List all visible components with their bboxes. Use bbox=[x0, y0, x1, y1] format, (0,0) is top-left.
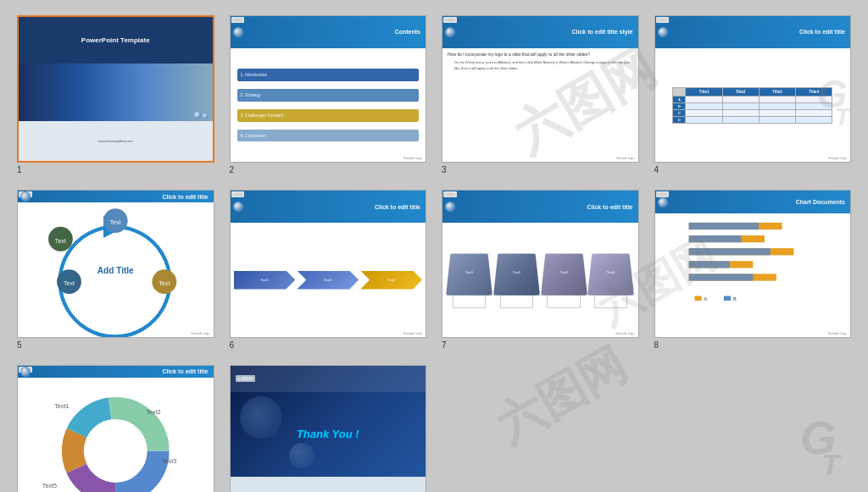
slide2-logo-text: LOGO bbox=[231, 17, 245, 23]
slide4-logo-text: LOGO bbox=[656, 17, 670, 23]
col-title1: Title1 bbox=[686, 87, 722, 96]
svg-text:Text2: Text2 bbox=[146, 408, 160, 416]
contents-item-1: 1. Introduction bbox=[237, 69, 420, 81]
slide-4-number: 4 bbox=[654, 165, 659, 174]
slide-9-wrapper: LOGO Click to edit title bbox=[17, 365, 214, 492]
svg-text:Text: Text bbox=[110, 218, 121, 226]
slide5-title: Click to edit title bbox=[162, 194, 208, 200]
cycle-diagram: Add Title Text Text Text Text bbox=[18, 202, 214, 336]
svg-text:B: B bbox=[732, 296, 736, 301]
slide3-bullet: How do I incorporate my logo to a slide … bbox=[448, 52, 633, 58]
contents-item-2: 2. Strategy bbox=[237, 89, 420, 102]
slide4-footer: Sample logo bbox=[828, 156, 847, 160]
slide9-title: Click to edit title bbox=[162, 368, 208, 374]
svg-rect-17 bbox=[688, 262, 729, 268]
slide3-subbullet: On the [View] menu, point to [Master], a… bbox=[454, 60, 633, 72]
svg-rect-19 bbox=[688, 274, 753, 281]
slide9-body: Text1 Text2 Text3 Text4 Text5 bbox=[18, 378, 214, 492]
col-title4: Title4 bbox=[796, 87, 832, 96]
slide-4[interactable]: LOGO Click to edit title Title1 Title2 T… bbox=[654, 15, 852, 163]
slide1-website: www.themegallery.com bbox=[98, 139, 133, 143]
slide7-title: Click to edit title bbox=[587, 204, 632, 210]
slide6-logo-text: LOGO bbox=[231, 191, 245, 197]
slide9-logo-circle bbox=[20, 367, 31, 377]
box3d-4-label bbox=[594, 295, 627, 308]
slide10-logo: LOGO bbox=[236, 375, 256, 382]
slide-1-wrapper: PowerPoint Template www.themegallery.com… bbox=[17, 15, 214, 174]
slide-6-wrapper: LOGO Click to edit title Text1 Text2 Tex… bbox=[230, 190, 427, 349]
slide7-logo-circle bbox=[445, 202, 455, 212]
arrow-3: Text3 bbox=[360, 271, 422, 290]
slide4-table: Title1 Title2 Title3 Title4 A B C D bbox=[672, 87, 832, 124]
col-title3: Title3 bbox=[759, 87, 795, 96]
slide6-logo-circle bbox=[233, 202, 243, 212]
slide2-footer: Sample logo bbox=[403, 156, 422, 160]
slide-7-wrapper: LOGO Click to edit title Text1 Text2 bbox=[442, 190, 639, 349]
slide-6[interactable]: LOGO Click to edit title Text1 Text2 Tex… bbox=[230, 190, 427, 337]
slide-5-number: 5 bbox=[17, 340, 22, 350]
slide-9[interactable]: LOGO Click to edit title bbox=[17, 365, 214, 492]
svg-text:Text: Text bbox=[159, 279, 170, 287]
svg-text:Text1: Text1 bbox=[54, 402, 69, 410]
box3d-2-label bbox=[500, 295, 533, 308]
slide6-footer: Sample logo bbox=[403, 331, 422, 335]
slide-8-number: 8 bbox=[654, 340, 659, 350]
svg-rect-22 bbox=[723, 296, 730, 301]
slide7-body: Text1 Text2 Text3 bbox=[442, 223, 638, 336]
slide-8-wrapper: LOGO Chart Documents bbox=[654, 190, 852, 349]
slide-5[interactable]: LOGO Click to edit title bbox=[17, 190, 214, 337]
table-row: D bbox=[673, 116, 832, 123]
contents-item-4: 4. Conclusion bbox=[237, 130, 420, 142]
slide3-title: Click to edit title style bbox=[572, 29, 633, 35]
svg-rect-11 bbox=[688, 223, 759, 229]
table-row: B bbox=[673, 102, 832, 109]
slide5-footer: Sample logo bbox=[191, 331, 209, 335]
slide6-body: Text1 Text2 Text3 bbox=[231, 223, 426, 336]
contents-item-3: 3. Challenges Forward bbox=[237, 109, 420, 122]
slide-6-number: 6 bbox=[230, 340, 235, 350]
slide8-body: A B bbox=[655, 213, 851, 337]
box3d-3-label bbox=[547, 295, 580, 308]
svg-text:Text5: Text5 bbox=[42, 481, 57, 489]
arrow-1: Text1 bbox=[234, 271, 296, 290]
slide8-logo-circle bbox=[658, 197, 668, 207]
slide-2-number: 2 bbox=[230, 165, 235, 174]
slide4-body: Title1 Title2 Title3 Title4 A B C D bbox=[655, 48, 851, 162]
slide3-body: How do I incorporate my logo to a slide … bbox=[442, 48, 638, 162]
svg-rect-20 bbox=[694, 296, 701, 301]
slide2-title: Contents bbox=[395, 29, 420, 35]
slide8-footer: Sample logo bbox=[828, 331, 847, 335]
slide-1[interactable]: PowerPoint Template www.themegallery.com bbox=[17, 15, 214, 163]
thank-you-text: Thank You ! bbox=[297, 428, 359, 440]
svg-text:Text: Text bbox=[55, 237, 66, 245]
slide-3[interactable]: LOGO Click to edit title style How do I … bbox=[442, 15, 639, 163]
table-row: A bbox=[673, 96, 832, 102]
slide-5-wrapper: LOGO Click to edit title bbox=[17, 190, 214, 349]
slide-10[interactable]: LOGO Thank You ! www.themegallery.com bbox=[230, 365, 427, 492]
donut-svg: Text1 Text2 Text3 Text4 Text5 bbox=[18, 378, 214, 492]
slide1-title: PowerPoint Template bbox=[81, 36, 150, 44]
slide-8[interactable]: LOGO Chart Documents bbox=[654, 190, 852, 337]
slide-4-wrapper: LOGO Click to edit title Title1 Title2 T… bbox=[654, 15, 852, 174]
slide-10-wrapper: LOGO Thank You ! www.themegallery.com 10 bbox=[230, 365, 427, 492]
slide-3-number: 3 bbox=[442, 165, 447, 174]
box3d-1-label bbox=[453, 295, 486, 308]
slide4-logo-circle bbox=[658, 27, 668, 37]
slide7-footer: Sample logo bbox=[615, 331, 634, 335]
slide8-title: Chart Documents bbox=[796, 199, 845, 205]
col-title2: Title2 bbox=[722, 87, 759, 96]
slide-grid: PowerPoint Template www.themegallery.com… bbox=[0, 0, 868, 492]
slide3-footer: Sample logo bbox=[615, 156, 634, 160]
slide3-logo-text: LOGO bbox=[443, 17, 457, 23]
svg-text:Text3: Text3 bbox=[162, 457, 176, 465]
slide5-body: Add Title Text Text Text Text bbox=[18, 202, 214, 336]
slide-2[interactable]: LOGO Contents 1. Introduction 2. Strateg… bbox=[230, 15, 427, 163]
svg-rect-13 bbox=[688, 235, 741, 242]
box3d-3: Text3 bbox=[543, 252, 585, 308]
svg-point-29 bbox=[91, 426, 140, 475]
chart-svg: A B bbox=[659, 217, 848, 322]
slide-3-wrapper: LOGO Click to edit title style How do I … bbox=[442, 15, 639, 174]
slide-7[interactable]: LOGO Click to edit title Text1 Text2 bbox=[442, 190, 639, 337]
slide5-logo-circle bbox=[20, 191, 31, 202]
slide4-title: Click to edit title bbox=[799, 29, 845, 35]
